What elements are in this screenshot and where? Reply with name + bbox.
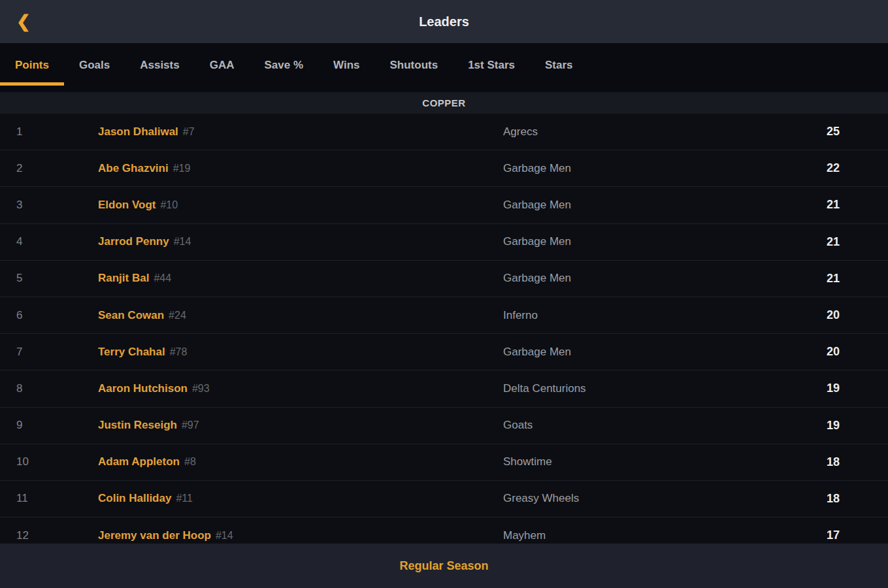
player-name: Eldon Vogt	[98, 199, 156, 211]
points-value: 21	[827, 198, 840, 212]
tab-points[interactable]: Points	[0, 43, 64, 92]
player-name: Adam Appleton	[98, 455, 180, 468]
player-name: Aaron Hutchison	[98, 382, 188, 395]
team-name: Inferno	[503, 309, 827, 322]
player-cell: Jason Dhaliwal#7	[98, 125, 503, 139]
jersey-number: #93	[192, 383, 210, 394]
tab-save-[interactable]: Save %	[249, 43, 318, 92]
table-row[interactable]: 5 Ranjit Bal#44 Garbage Men 21	[0, 261, 888, 297]
player-cell: Sean Cowan#24	[98, 309, 503, 322]
table-row[interactable]: 2 Abe Ghazvini#19 Garbage Men 22	[0, 150, 888, 187]
top-bar: ❮ Leaders	[0, 0, 888, 43]
table-row[interactable]: 9 Justin Reseigh#97 Goats 19	[0, 408, 888, 444]
player-cell: Terry Chahal#78	[98, 346, 503, 359]
team-name: Showtime	[503, 455, 827, 468]
team-name: Garbage Men	[503, 199, 827, 212]
team-name: Garbage Men	[503, 272, 827, 285]
player-name: Sean Cowan	[98, 309, 164, 321]
table-row[interactable]: 4 Jarrod Penny#14 Garbage Men 21	[0, 224, 888, 261]
jersey-number: #97	[182, 419, 199, 431]
back-button[interactable]: ❮	[9, 0, 38, 43]
team-name: Garbage Men	[503, 162, 827, 175]
team-name: Delta Centurions	[503, 382, 827, 395]
team-name: Goats	[503, 419, 827, 432]
jersey-number: #78	[170, 346, 188, 357]
table-row[interactable]: 3 Eldon Vogt#10 Garbage Men 21	[0, 187, 888, 223]
jersey-number: #7	[183, 126, 195, 137]
jersey-number: #19	[173, 163, 191, 174]
stat-category-tabs: Points Goals Assists GAA Save % Wins Shu…	[0, 43, 888, 92]
player-cell: Adam Appleton#8	[98, 455, 503, 468]
rank: 12	[0, 529, 98, 542]
points-value: 25	[827, 125, 840, 139]
team-name: Garbage Men	[503, 346, 827, 359]
player-name: Justin Reseigh	[98, 419, 177, 431]
player-cell: Abe Ghazvini#19	[98, 162, 503, 175]
tab-assists[interactable]: Assists	[125, 43, 194, 92]
points-value: 19	[827, 419, 840, 433]
rank: 1	[0, 125, 98, 139]
rank: 6	[0, 309, 98, 322]
points-value: 19	[827, 382, 840, 395]
table-row[interactable]: 10 Adam Appleton#8 Showtime 18	[0, 444, 888, 481]
tab-shutouts[interactable]: Shutouts	[374, 43, 453, 92]
player-name: Jeremy van der Hoop	[98, 529, 211, 542]
table-row[interactable]: 6 Sean Cowan#24 Inferno 20	[0, 297, 888, 334]
player-cell: Ranjit Bal#44	[98, 272, 503, 285]
player-name: Terry Chahal	[98, 346, 165, 358]
leaders-table: 1 Jason Dhaliwal#7 Agrecs 25 2 Abe Ghazv…	[0, 114, 888, 544]
jersey-number: #14	[216, 530, 233, 541]
rank: 3	[0, 199, 98, 212]
table-row[interactable]: 11 Colin Halliday#11 Greasy Wheels 18	[0, 481, 888, 517]
tab-gaa[interactable]: GAA	[195, 43, 250, 92]
player-name: Jason Dhaliwal	[98, 125, 178, 138]
points-value: 21	[827, 235, 840, 249]
team-name: Agrecs	[503, 125, 827, 139]
jersey-number: #11	[176, 493, 193, 504]
team-name: Mayhem	[503, 529, 827, 542]
division-header: COPPER	[0, 92, 888, 114]
jersey-number: #10	[160, 199, 178, 210]
player-cell: Colin Halliday#11	[98, 492, 503, 505]
player-name: Abe Ghazvini	[98, 162, 169, 174]
points-value: 17	[827, 529, 840, 542]
rank: 9	[0, 419, 98, 432]
leaders-screen: ❮ Leaders Points Goals Assists GAA Save …	[0, 0, 888, 588]
table-row[interactable]: 7 Terry Chahal#78 Garbage Men 20	[0, 334, 888, 370]
season-selector[interactable]: Regular Season	[0, 544, 888, 588]
tab-stars[interactable]: Stars	[530, 43, 588, 92]
rank: 5	[0, 272, 98, 285]
player-name: Ranjit Bal	[98, 272, 149, 284]
points-value: 21	[827, 272, 840, 286]
points-value: 18	[827, 455, 840, 469]
team-name: Garbage Men	[503, 235, 827, 248]
table-row[interactable]: 12 Jeremy van der Hoop#14 Mayhem 17	[0, 517, 888, 544]
jersey-number: #24	[169, 310, 186, 321]
division-label: COPPER	[422, 97, 465, 108]
team-name: Greasy Wheels	[503, 492, 827, 505]
player-cell: Justin Reseigh#97	[98, 419, 503, 432]
jersey-number: #44	[154, 272, 171, 284]
tab-goals[interactable]: Goals	[64, 43, 125, 92]
rank: 4	[0, 235, 98, 248]
tab-1st-stars[interactable]: 1st Stars	[453, 43, 530, 92]
table-row[interactable]: 8 Aaron Hutchison#93 Delta Centurions 19	[0, 370, 888, 407]
player-name: Jarrod Penny	[98, 235, 169, 248]
rank: 8	[0, 382, 98, 395]
player-cell: Aaron Hutchison#93	[98, 382, 503, 395]
tab-wins[interactable]: Wins	[318, 43, 374, 92]
rank: 7	[0, 346, 98, 359]
points-value: 20	[827, 345, 840, 359]
player-cell: Jeremy van der Hoop#14	[98, 529, 503, 542]
table-row[interactable]: 1 Jason Dhaliwal#7 Agrecs 25	[0, 114, 888, 150]
page-title: Leaders	[419, 14, 469, 29]
jersey-number: #14	[174, 236, 191, 247]
player-name: Colin Halliday	[98, 492, 171, 504]
rank: 11	[0, 492, 98, 505]
season-label: Regular Season	[399, 559, 488, 573]
points-value: 22	[827, 161, 840, 175]
rank: 10	[0, 455, 98, 468]
jersey-number: #8	[184, 456, 196, 467]
points-value: 20	[827, 308, 840, 322]
player-cell: Eldon Vogt#10	[98, 199, 503, 212]
